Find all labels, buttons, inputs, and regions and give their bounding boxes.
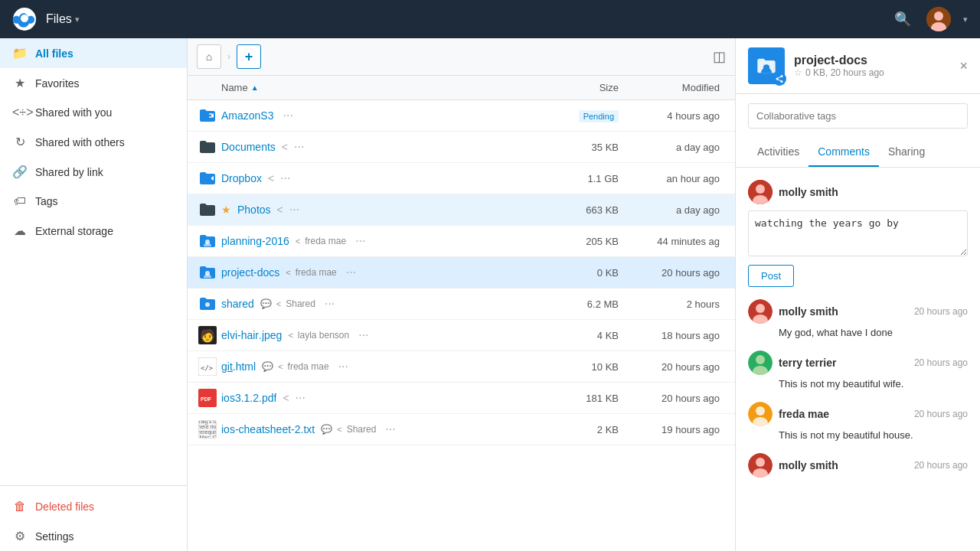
sidebar-item-label: Deleted files [35, 500, 94, 513]
more-actions-button[interactable]: ··· [291, 139, 307, 155]
panel-close-button[interactable]: × [959, 58, 968, 74]
panel-title-section: project-docs ☆ 0 KB, 20 hours ago [794, 54, 884, 78]
search-icon[interactable]: 🔍 [894, 11, 911, 28]
share-badge-icon [773, 72, 786, 86]
comment-text: This is not my beautiful house. [748, 429, 968, 441]
table-row[interactable]: planning-2016 < freda mae ··· 205 KB 44 … [188, 226, 735, 257]
home-button[interactable]: ⌂ [197, 44, 221, 69]
file-icon: PDF [197, 387, 218, 409]
file-modified: 18 hours ago [619, 330, 726, 341]
file-name-cell: project-docs < freda mae ··· [221, 264, 527, 281]
file-modified: an hour ago [619, 173, 726, 184]
shared-by-label: freda mae [305, 236, 346, 246]
file-name-label: Documents [221, 141, 276, 153]
share-icon[interactable]: < [277, 204, 283, 216]
file-name-label: Photos [237, 204, 271, 216]
more-actions-button[interactable]: ··· [352, 233, 368, 249]
file-actions: < ··· [282, 139, 308, 155]
file-shared-label: 💬 < Shared [260, 298, 315, 309]
add-button[interactable]: + [237, 44, 261, 69]
more-actions-button[interactable]: ··· [279, 107, 296, 124]
comment-item: freda mae 20 hours ago This is not my be… [748, 402, 968, 441]
file-name-label: project-docs [221, 266, 279, 279]
file-name-cell: planning-2016 < freda mae ··· [221, 233, 527, 249]
more-actions-button[interactable]: ··· [322, 295, 338, 312]
file-size: 6.2 MB [527, 298, 619, 310]
panel-title: project-docs [794, 54, 884, 67]
table-row[interactable]: PDF ios3.1.2.pdf < ··· 181 KB 20 hours a… [188, 383, 735, 414]
more-actions-button[interactable]: ··· [335, 358, 351, 375]
star-button[interactable]: ★ [221, 204, 231, 216]
more-actions-button[interactable]: ··· [343, 264, 359, 281]
file-icon [197, 293, 218, 315]
table-row[interactable]: Documents < ··· 35 KB a day ago [188, 132, 735, 163]
table-row[interactable]: 🧑 elvi-hair.jpeg < layla benson ··· 4 KB… [188, 320, 735, 351]
comment-textarea[interactable]: watching the years go by [748, 210, 968, 256]
file-modified: 19 hours ago [619, 424, 726, 435]
sidebar-item-settings[interactable]: ⚙ Settings [0, 521, 187, 551]
comment-icon: 💬 [262, 361, 273, 372]
shared-by-icon: < [286, 268, 290, 277]
tab-comments[interactable]: Comments [808, 138, 879, 167]
sidebar-item-favorites[interactable]: ★ Favorites [0, 68, 187, 98]
comment-header: molly smith 20 hours ago [748, 453, 968, 478]
cloud-icon: ☁ [12, 223, 28, 238]
file-modified: 20 hours ago [619, 267, 726, 279]
logo[interactable] [12, 7, 37, 31]
comment-input-username: molly smith [779, 186, 838, 198]
collaborative-tags-input[interactable] [748, 103, 968, 129]
pdf-icon: PDF [198, 389, 217, 407]
sidebar-item-external-storage[interactable]: ☁ External storage [0, 216, 187, 246]
right-panel: project-docs ☆ 0 KB, 20 hours ago × Acti… [735, 38, 980, 551]
share-icon[interactable]: < [268, 172, 274, 184]
share-icon[interactable]: < [282, 141, 288, 153]
file-name-cell: Dropbox < ··· [221, 170, 527, 187]
shared-by-label: freda mae [296, 267, 337, 278]
app-title[interactable]: Files ▾ [46, 12, 80, 26]
share-icon[interactable]: < [283, 392, 289, 404]
sidebar-item-shared-with-you[interactable]: <÷> Shared with you [0, 98, 187, 127]
comment-avatar [748, 402, 773, 426]
table-row[interactable]: </> git.html 💬 < freda mae ··· 10 KB 20 … [188, 351, 735, 383]
more-actions-button[interactable]: ··· [286, 201, 302, 218]
panel-folder-meta: 0 KB, 20 hours ago [805, 67, 884, 78]
home-icon: ⌂ [206, 51, 212, 63]
file-icon [197, 168, 218, 189]
post-comment-button[interactable]: Post [748, 265, 794, 287]
table-row[interactable]: ★ Photos < ··· 663 KB a day ago [188, 194, 735, 226]
file-modified: a day ago [619, 204, 726, 216]
file-size: 10 KB [527, 361, 619, 373]
file-name-cell: AmazonS3 ··· [221, 107, 527, 124]
file-name-cell: git.html 💬 < freda mae ··· [221, 358, 527, 375]
panel-star-icon[interactable]: ☆ [794, 67, 802, 78]
table-row[interactable]: project-docs < freda mae ··· 0 KB 20 hou… [188, 257, 735, 289]
table-row[interactable]: Dropbox < ··· 1.1 GB an hour ago [188, 163, 735, 194]
link-icon: 🔗 [12, 165, 28, 179]
tab-activities[interactable]: Activities [748, 138, 808, 167]
sidebar-item-all-files[interactable]: 📁 All files [0, 38, 187, 68]
comment-time: 20 hours ago [914, 357, 968, 368]
file-modified: 44 minutes ag [619, 236, 726, 247]
table-row[interactable]: Craig's owThere mayPrerequisitA Mac: OS … [188, 414, 735, 445]
sidebar-item-label: External storage [35, 225, 113, 237]
sidebar-item-deleted-files[interactable]: 🗑 Deleted files [0, 492, 187, 521]
comment-text: My god, what have I done [748, 327, 968, 338]
more-actions-button[interactable]: ··· [355, 327, 371, 344]
grid-view-icon[interactable]: ◫ [713, 48, 726, 65]
avatar[interactable] [926, 7, 951, 31]
panel-subtitle: ☆ 0 KB, 20 hours ago [794, 67, 884, 78]
table-row[interactable]: AmazonS3 ··· Pending 4 hours ago [188, 100, 735, 132]
sidebar-item-shared-with-others[interactable]: ↻ Shared with others [0, 127, 187, 157]
sidebar-item-tags[interactable]: 🏷 Tags [0, 187, 187, 216]
comment-username: molly smith [779, 305, 838, 318]
file-name-label: AmazonS3 [221, 109, 273, 122]
more-actions-button[interactable]: ··· [277, 170, 293, 187]
table-row[interactable]: shared 💬 < Shared ··· 6.2 MB 2 hours [188, 289, 735, 320]
more-actions-button[interactable]: ··· [292, 390, 309, 406]
sidebar-item-shared-by-link[interactable]: 🔗 Shared by link [0, 157, 187, 187]
file-icon [197, 262, 218, 283]
folder-icon [198, 138, 217, 156]
tab-sharing[interactable]: Sharing [879, 138, 934, 167]
file-name-cell: ★ Photos < ··· [221, 201, 527, 218]
more-actions-button[interactable]: ··· [382, 421, 398, 438]
